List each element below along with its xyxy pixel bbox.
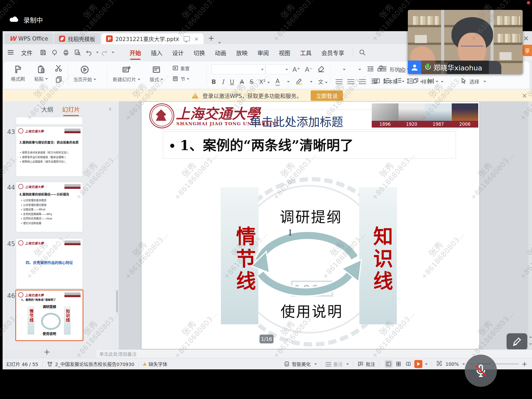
reading-view-button[interactable] [404,360,412,368]
annotation-pen-button[interactable] [507,333,527,350]
sidebar-scrollbar[interactable] [116,290,118,312]
missing-font-warning[interactable]: 缺失字体 [143,361,167,367]
select-label[interactable]: 选择 [469,78,479,85]
decrease-font-button[interactable]: A⁻ [305,66,312,73]
highlight-button[interactable] [295,77,303,86]
menu-home[interactable]: 开始 [130,48,141,57]
numbered-list-chevron-icon[interactable] [358,69,361,72]
char-shading-button[interactable]: A [240,78,244,85]
slide-thumbnail-44[interactable]: 上海交通大學 4.案例故事的剖析路径——分析报告 公共管理的基本概念 公共管理的… [16,182,83,232]
slide-bullet-text[interactable]: 1、案例的“两条线”清晰明了 [169,135,353,154]
tab-outline[interactable]: 大纲 [41,105,53,114]
textbox-icon[interactable] [374,77,380,85]
phonetic-guide-button[interactable]: 文 [318,78,328,85]
font-size-select[interactable] [265,64,290,74]
hamburger-icon[interactable] [8,50,14,51]
fit-screen-icon[interactable] [436,360,442,368]
slide-thumbnail-partial[interactable] [16,117,83,125]
webcam-video[interactable]: 郑晓华xiaohua [408,10,523,74]
underline-button[interactable]: U [230,78,234,85]
tab-slides[interactable]: 幻灯片 [62,105,80,114]
slide-thumbnail-45[interactable]: 上海交通大學 四、优秀案例作品的核心特征 [16,238,83,289]
arrange-label[interactable]: 排列 [422,78,431,85]
menu-animation[interactable]: 动画 [215,48,226,57]
menu-tools[interactable]: 工具 [300,48,311,57]
share-button-fragment[interactable]: 享 [523,45,532,56]
menu-file[interactable]: 文件 [21,48,32,57]
collapse-panel-icon[interactable]: ‹ [109,105,111,113]
find-replace-icon[interactable] [74,49,81,56]
format-painter-button[interactable]: 格式刷 [11,65,25,82]
align-right-icon[interactable] [359,79,366,80]
cut-icon[interactable] [55,64,62,72]
tab-wps-home[interactable]: W WPS Office [5,33,53,44]
undo-chevron-icon[interactable] [96,52,99,55]
redo-chevron-icon[interactable] [112,52,114,55]
textbox-label[interactable]: 文本框 [383,78,398,85]
menu-slideshow[interactable]: 放映 [236,48,248,57]
zoom-level[interactable]: 100% [445,361,465,367]
notes-button[interactable]: 备注 [325,361,349,367]
menu-view[interactable]: 视图 [279,48,290,57]
window-close-icon[interactable]: × [523,34,529,42]
layout-button[interactable]: 版式 [150,65,163,83]
canvas-scrollbar[interactable] [528,101,532,349]
align-left-icon[interactable] [336,79,343,80]
font-color-button[interactable]: A [276,78,280,86]
slide-thumbnail-43[interactable]: 上海交通大學 3.案例故事与理论的复合：抓出现象的本质 按照主体间关系提炼（权力… [16,126,83,177]
design-scheme-button[interactable]: 2_中国发展论坛张杰校长报告070930 [47,361,134,367]
scroll-down-icon[interactable] [529,343,532,347]
superscript-button[interactable]: X² [259,78,270,85]
redo-icon[interactable] [101,49,108,56]
zoom-in-button[interactable]: + [522,360,527,368]
print-icon[interactable] [63,49,69,56]
slideshow-play-button[interactable] [414,360,422,368]
strikethrough-button[interactable]: S [250,78,254,85]
new-tab-button[interactable]: + [208,34,215,43]
play-chevron-icon[interactable] [425,363,428,366]
font-name-select[interactable] [211,64,265,74]
highlight-chevron-icon[interactable] [310,81,312,84]
clear-format-icon[interactable] [317,65,325,74]
arrange-chevron-icon[interactable] [436,81,438,84]
copy-icon[interactable] [55,76,62,83]
align-center-icon[interactable] [347,79,354,80]
close-notification-icon[interactable]: × [522,92,527,99]
slide-title-placeholder[interactable]: 单击此处添加标题 [250,113,343,130]
reset-button[interactable]: 重置 节 [172,65,190,82]
save-icon[interactable] [40,49,46,56]
menu-member[interactable]: 会员专享 [321,48,344,57]
font-color-chevron-icon[interactable] [287,81,290,84]
menu-review[interactable]: 审阅 [257,48,269,57]
new-slide-button[interactable]: 新建幻灯片 [113,65,140,83]
search-icon[interactable] [359,49,366,56]
arrange-icon[interactable] [412,77,419,85]
undo-icon[interactable] [85,49,92,56]
scroll-up-icon[interactable] [529,335,532,338]
slide-canvas[interactable]: 上海交通大學 SHANGHAI JIAO TONG UNIVERSITY 单击此… [142,102,479,349]
close-tab-icon[interactable]: × [194,36,199,42]
normal-view-button[interactable] [385,360,393,368]
microphone-muted-button[interactable] [465,355,497,387]
menu-transition[interactable]: 切换 [194,48,205,57]
present-mode-icon[interactable] [184,36,190,41]
comment-button[interactable]: 批注 [357,361,375,367]
slide-thumbnail-46-selected[interactable]: 上海交通大學 · 1、案例的“两条线”清晰明了 情节线 知识线 调研提纲 使用说… [15,290,83,341]
increase-font-button[interactable]: A⁺ [292,66,300,73]
login-now-button[interactable]: 立即登录 [311,90,343,101]
slide-sorter-view-button[interactable] [395,360,402,368]
bold-button[interactable]: B [211,78,216,85]
italic-button[interactable]: I [222,78,224,85]
play-from-current-button[interactable]: 当页开始 [73,65,96,83]
shapes-label[interactable]: 形状 [390,66,400,73]
notes-bar[interactable]: 单击此处添加备注 [97,349,532,358]
bullet-list-chevron-icon[interactable] [343,69,345,72]
add-slide-button[interactable]: + [44,347,50,356]
shapes-icon[interactable] [377,65,384,74]
menu-design[interactable]: 设计 [172,48,184,57]
select-chevron-icon[interactable] [483,81,486,84]
tab-document[interactable]: P 20231221重庆大学.pptx × [101,33,203,44]
tab-docer-templates[interactable]: 找稻壳模板 [54,33,100,44]
menu-insert[interactable]: 插入 [151,48,162,57]
smart-beautify-button[interactable]: 智能美化 [284,361,317,367]
